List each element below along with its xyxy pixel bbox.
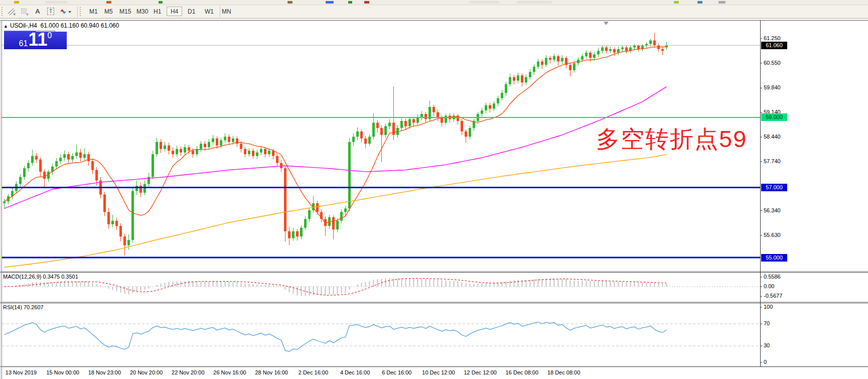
timeframe-w1[interactable]: W1: [201, 7, 218, 16]
svg-text:F: F: [27, 13, 29, 16]
text-label-glyph: T: [47, 8, 54, 15]
equidistant-channel-icon[interactable]: E: [6, 6, 17, 17]
toolbar-fragment: [364, 1, 369, 4]
text-label-icon[interactable]: T: [45, 6, 56, 17]
toolbar-fragment: [674, 1, 679, 4]
arrows-glyph: [59, 8, 72, 16]
toolbar-fragment: [287, 1, 293, 4]
buy-price-display[interactable]: 61110: [4, 32, 67, 49]
chart-canvas: [0, 0, 868, 379]
timeframe-m5[interactable]: M5: [100, 7, 117, 16]
fibonacci-icon[interactable]: F: [19, 6, 30, 17]
toolbar-fragment: [348, 1, 352, 4]
toolbar-separator: [77, 6, 78, 17]
arrow-objects-icon[interactable]: [58, 6, 73, 17]
timeframe-m1[interactable]: M1: [85, 7, 102, 16]
text-tool-icon[interactable]: A: [32, 6, 43, 17]
main-toolbar: E F A T M1M5M15M30H1H4D1W1MN: [0, 5, 868, 19]
timeframe-drag-handle[interactable]: [80, 7, 83, 16]
svg-text:E: E: [14, 13, 16, 16]
toolbar-drag-handle[interactable]: [2, 7, 5, 16]
macd-histogram: [5, 278, 667, 296]
buy-price-small: 61: [19, 40, 28, 48]
candles-layer: [3, 33, 668, 256]
timeframe-h1[interactable]: H1: [150, 7, 165, 16]
toolbar-fragment: [517, 1, 552, 4]
timeframe-h4[interactable]: H4: [167, 7, 182, 16]
equidistant-channel-glyph: E: [7, 8, 16, 16]
toolbar-fragment: [718, 1, 726, 4]
toolbar-fragment: [45, 1, 67, 4]
toolbar-fragment: [469, 1, 499, 4]
fibonacci-glyph: F: [20, 8, 29, 16]
toolbar-fragment: [697, 1, 702, 4]
toolbar-fragment: [159, 1, 163, 4]
toolbar-upper-partial: [0, 0, 868, 5]
toolbar-fragment: [326, 1, 334, 4]
buy-price-sup: 0: [47, 32, 52, 40]
toolbar-fragment: [106, 1, 111, 4]
toolbar-fragment: [14, 1, 19, 4]
timeframe-d1[interactable]: D1: [184, 7, 199, 16]
buy-price-big: 11: [28, 32, 47, 48]
timeframe-mn[interactable]: MN: [218, 7, 235, 16]
